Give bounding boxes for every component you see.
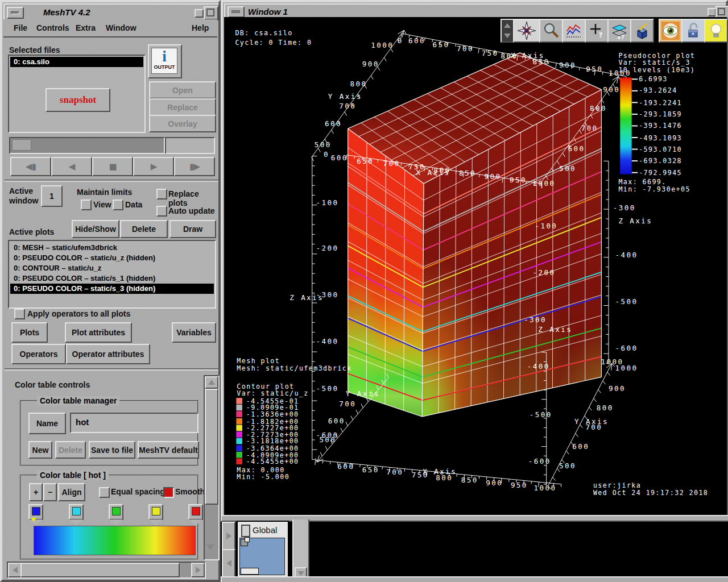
plot-attributes-button[interactable]: Plot attributes — [65, 322, 132, 343]
viz-minimize-button[interactable] — [708, 8, 716, 16]
viz-window-menu-button[interactable] — [228, 6, 245, 18]
menu-file[interactable]: File — [14, 23, 27, 32]
auto-update-checkbox[interactable] — [156, 206, 167, 217]
panel-vertical-scrollbar[interactable] — [204, 375, 220, 560]
plot-list-item[interactable]: 0: CONTOUR – static/u_z — [10, 263, 214, 273]
step-forward-button[interactable]: ▮▶ — [174, 157, 215, 176]
colorbar-tick: -393.1476 — [639, 122, 682, 130]
svg-text:0: 0 — [324, 150, 329, 159]
plot-list-item-selected[interactable]: 0: PSEUDO COLOR – static/s_3 (hidden) — [10, 284, 214, 294]
delete-button[interactable]: Delete — [55, 441, 86, 459]
toolbar-navigate-button[interactable] — [513, 19, 540, 43]
delete-plot-button[interactable]: Delete — [120, 220, 168, 238]
svg-text:+?: +? — [617, 34, 624, 40]
plot-list-item[interactable]: 0: PSEUDO COLOR – static/u_z (hidden) — [10, 253, 214, 263]
view-checkbox[interactable] — [81, 199, 92, 210]
plot-list-item[interactable]: 0: PSEUDO COLOR – static/s_1 (hidden) — [10, 273, 214, 284]
replace-button[interactable]: Replace — [149, 98, 216, 116]
toolbar-zoom-button[interactable] — [539, 19, 563, 43]
viz-canvas[interactable]: 6006507007508008509009501000X Axis600650… — [224, 17, 727, 516]
color-marker-pin[interactable] — [69, 504, 84, 520]
horizontal-scroll-thumb[interactable] — [20, 563, 180, 577]
menu-controls[interactable]: Controls — [36, 23, 69, 32]
toolbar-light-button[interactable] — [704, 19, 728, 43]
menu-window[interactable]: Window — [106, 23, 136, 32]
operators-button[interactable]: Operators — [11, 344, 66, 364]
panel-horizontal-scrollbar[interactable] — [7, 562, 206, 579]
apply-operators-checkbox[interactable] — [14, 309, 25, 319]
colorbar-tick: -193.2241 — [639, 99, 682, 107]
svg-text:Z Axis: Z Axis — [618, 217, 652, 225]
color-marker-pin[interactable] — [109, 504, 123, 520]
draw-button[interactable]: Draw — [169, 220, 216, 238]
snapshot-button[interactable]: snapshot — [46, 88, 110, 112]
toolbar-slices-button[interactable]: +? — [607, 19, 631, 43]
menu-extra[interactable]: Extra — [76, 23, 96, 32]
cycle-field[interactable] — [165, 137, 215, 154]
equal-spacing-checkbox[interactable] — [99, 487, 110, 498]
pager-viewport-thumbnail[interactable] — [239, 538, 285, 575]
output-button[interactable]: i OUTPUT — [148, 44, 182, 78]
contour-min: Min: -5.000 — [237, 473, 289, 481]
active-window-value[interactable]: 1 — [41, 185, 63, 207]
cycle-slider-thumb[interactable] — [12, 139, 31, 151]
new-button[interactable]: New — [28, 441, 52, 459]
vertical-scroll-thumb[interactable] — [205, 389, 218, 505]
scroll-left-button[interactable] — [8, 563, 22, 577]
active-plots-label: Active plots — [9, 227, 54, 236]
user-info-line2: Wed Oct 24 19:17:32 2018 — [593, 489, 708, 497]
pager-next-button[interactable] — [222, 522, 235, 550]
color-table-gradient-bar[interactable] — [34, 526, 196, 555]
scroll-down-button[interactable] — [206, 544, 214, 550]
viewport-3d[interactable]: 6006507007508008509009501000X Axis600650… — [224, 17, 727, 516]
save-to-file-button[interactable]: Save to file — [89, 441, 135, 459]
pager-global-panel[interactable]: Global — [237, 521, 289, 579]
name-field[interactable]: hot — [70, 413, 198, 433]
svg-text:900: 900 — [559, 61, 576, 69]
window-menu-button[interactable] — [7, 7, 24, 19]
scroll-up-button[interactable] — [205, 376, 218, 389]
name-button[interactable]: Name — [28, 413, 66, 434]
play-forward-button[interactable]: ▶ — [133, 157, 174, 176]
scroll-right-button[interactable] — [191, 563, 205, 577]
data-checkbox[interactable] — [113, 199, 123, 210]
hide-show-button[interactable]: Hide/Show — [72, 220, 119, 238]
plots-button[interactable]: Plots — [11, 322, 48, 343]
maximize-button[interactable] — [204, 6, 218, 20]
toolbar-pick-button[interactable]: ? — [585, 19, 609, 43]
svg-text:-600: -600 — [316, 431, 339, 439]
replace-plots-label: Replace plots — [168, 189, 218, 207]
play-back-button[interactable]: ◀ — [51, 157, 92, 176]
main-title-bar[interactable]: MeshTV 4.2 — [3, 3, 220, 20]
toolbar-eye-button[interactable] — [659, 19, 682, 43]
stop-icon: ■ — [109, 161, 116, 172]
operator-attributes-button[interactable]: Operator attributes — [66, 344, 150, 364]
replace-plots-checkbox[interactable] — [156, 189, 167, 199]
plot-list-item[interactable]: 0: MESH – static/ufem3dbrick — [10, 243, 214, 253]
menu-help[interactable]: Help — [192, 23, 209, 32]
meshtv-default-button[interactable]: MeshTV default — [138, 441, 199, 459]
add-marker-button[interactable]: + — [29, 483, 43, 501]
color-marker-pin[interactable] — [148, 504, 163, 520]
align-button[interactable]: Align — [58, 483, 85, 501]
overlay-button[interactable]: Overlay — [149, 115, 216, 132]
cycle-slider[interactable] — [9, 137, 165, 154]
step-back-button[interactable]: ◀▮ — [10, 157, 51, 176]
minimize-button[interactable] — [195, 9, 204, 18]
file-list-item[interactable]: 0: csa.silo — [10, 57, 143, 67]
active-plots-list[interactable]: 0: MESH – static/ufem3dbrick 0: PSEUDO C… — [8, 240, 216, 309]
toolbar-pan-button[interactable] — [500, 19, 514, 43]
toolbar-lock-button[interactable] — [681, 19, 705, 43]
contour-swatch — [236, 411, 242, 417]
remove-marker-button[interactable]: − — [43, 483, 57, 501]
variables-button[interactable]: Variables — [172, 322, 216, 343]
color-marker-pin[interactable] — [188, 504, 203, 520]
pager-scrollbar[interactable] — [292, 519, 309, 581]
open-button[interactable]: Open — [149, 81, 216, 99]
toolbar-curves-button[interactable] — [562, 19, 586, 43]
step-forward-icon: ▮▶ — [189, 161, 200, 172]
stop-button[interactable]: ■ — [92, 157, 133, 176]
pager-prev-button[interactable] — [222, 549, 235, 577]
smooth-checkbox[interactable] — [163, 487, 174, 498]
toolbar-annotate3d-button[interactable] — [630, 19, 654, 43]
